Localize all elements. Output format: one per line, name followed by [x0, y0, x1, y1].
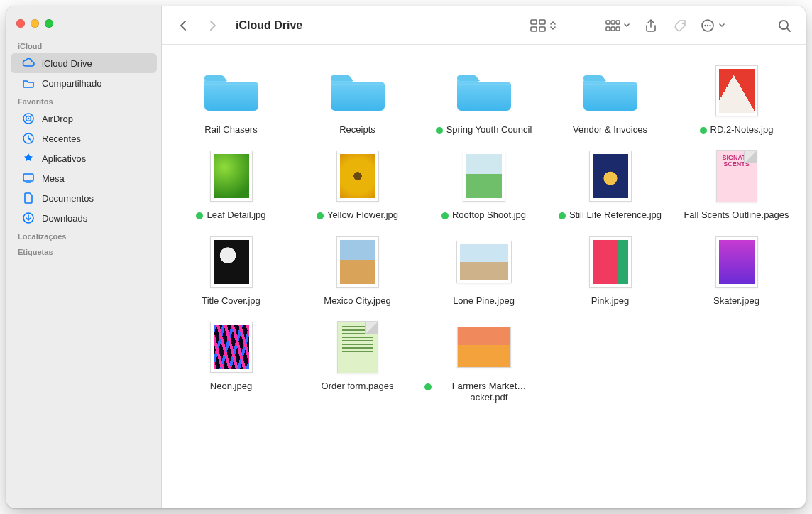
folder-icon: [327, 60, 388, 121]
file-name-label: Mexico City.jpeg: [324, 295, 390, 307]
sidebar-section-header: Localizações: [6, 228, 161, 244]
file-item[interactable]: Rooftop Shoot.jpg: [422, 146, 547, 221]
sidebar-item-aplicativos[interactable]: Aplicativos: [11, 148, 157, 168]
sidebar-item-label: Aplicativos: [42, 153, 86, 164]
sidebar-item-mesa[interactable]: Mesa: [11, 168, 157, 188]
svg-rect-26: [583, 84, 637, 84]
file-item[interactable]: Farmers Market…acket.pdf: [422, 317, 547, 404]
file-thumbnail: SIGNATUSCENTS: [706, 146, 767, 207]
more-actions-button[interactable]: [701, 18, 726, 33]
file-thumbnail: [454, 317, 515, 378]
file-item[interactable]: SIGNATUSCENTS Fall Scents Outline.pages: [674, 146, 799, 221]
file-item[interactable]: Neon.jpeg: [169, 317, 294, 404]
file-item[interactable]: Pink.jpeg: [548, 231, 673, 307]
file-name-label: Fall Scents Outline.pages: [684, 209, 789, 221]
folder-icon: [201, 60, 262, 121]
svg-point-21: [779, 21, 788, 29]
file-name-label: Farmers Market…acket.pdf: [435, 381, 544, 404]
file-name-label: Spring Youth Council: [446, 124, 532, 136]
svg-rect-6: [531, 20, 537, 24]
tag-dot-green: [441, 212, 449, 219]
file-name-label: Pink.jpeg: [591, 295, 629, 307]
tag-dot-green: [436, 127, 443, 134]
file-name-label: Leaf Detail.jpg: [207, 209, 265, 221]
back-button[interactable]: [173, 16, 193, 35]
file-item[interactable]: Leaf Detail.jpg: [169, 146, 294, 221]
minimize-window-button[interactable]: [31, 19, 39, 28]
file-item[interactable]: Still Life Reference.jpg: [548, 146, 673, 221]
sidebar-item-compartilhado[interactable]: Compartilhado: [11, 73, 157, 93]
svg-rect-10: [606, 21, 610, 24]
file-item[interactable]: Skater.jpeg: [674, 231, 799, 307]
svg-point-16: [682, 22, 684, 24]
file-item[interactable]: Yellow Flower.jpg: [295, 146, 420, 221]
file-name-label: Order form.pages: [322, 381, 394, 392]
folder-item[interactable]: Rail Chasers: [169, 60, 294, 136]
file-thumbnail: [580, 231, 641, 292]
close-window-button[interactable]: [16, 19, 25, 28]
svg-rect-11: [611, 21, 615, 24]
file-thumbnail: [201, 231, 262, 292]
file-thumbnail: [454, 146, 515, 207]
sidebar-item-label: AirDrop: [42, 114, 73, 124]
download-icon: [22, 212, 35, 224]
file-browser[interactable]: Rail Chasers Receipts Spring Youth Counc…: [162, 45, 806, 508]
file-item[interactable]: RD.2-Notes.jpg: [674, 60, 799, 136]
svg-line-22: [787, 28, 790, 31]
sidebar-item-label: Mesa: [42, 173, 65, 184]
tags-button[interactable]: [671, 16, 691, 35]
sidebar-section-header: Etiquetas: [6, 244, 161, 259]
file-name-label: Skater.jpeg: [713, 295, 759, 307]
folder-icon: [580, 60, 641, 121]
sidebar-item-airdrop[interactable]: AirDrop: [11, 109, 157, 128]
file-thumbnail: [454, 231, 515, 292]
chevron-down-icon: [622, 19, 631, 32]
svg-rect-7: [539, 20, 545, 24]
file-thumbnail: [327, 231, 388, 292]
sidebar-item-label: Documentos: [42, 193, 94, 204]
sidebar-section-header: Favoritos: [6, 93, 161, 109]
svg-rect-13: [606, 27, 610, 31]
file-item[interactable]: Lone Pine.jpeg: [422, 231, 547, 307]
file-item[interactable]: Mexico City.jpeg: [295, 231, 420, 307]
folder-item[interactable]: Spring Youth Council: [422, 60, 547, 136]
sidebar-item-label: iCloud Drive: [42, 58, 92, 69]
airdrop-icon: [22, 112, 35, 125]
shared-folder-icon: [22, 78, 35, 88]
chevron-updown-icon: [549, 19, 557, 32]
file-thumbnail: [327, 317, 388, 378]
svg-point-18: [704, 24, 706, 26]
view-switcher[interactable]: [530, 19, 557, 32]
clock-icon: [22, 132, 35, 145]
svg-point-20: [709, 24, 710, 26]
share-button[interactable]: [641, 16, 661, 35]
folder-item[interactable]: Receipts: [295, 60, 420, 136]
search-button[interactable]: [774, 16, 794, 35]
folder-item[interactable]: Vendor & Invoices: [548, 60, 673, 136]
svg-rect-15: [616, 27, 620, 31]
sidebar: iCloudiCloud DriveCompartilhadoFavoritos…: [6, 6, 162, 508]
sidebar-item-recentes[interactable]: Recentes: [11, 128, 157, 148]
fullscreen-window-button[interactable]: [45, 19, 53, 28]
chevron-down-icon: [718, 19, 726, 32]
svg-rect-23: [204, 84, 258, 84]
window-controls: [6, 12, 161, 38]
finder-window: iCloudiCloud DriveCompartilhadoFavoritos…: [6, 6, 806, 508]
file-name-label: Rail Chasers: [204, 124, 257, 136]
svg-rect-24: [331, 84, 385, 84]
file-item[interactable]: Order form.pages: [295, 317, 420, 404]
forward-button[interactable]: [203, 16, 223, 35]
sidebar-item-downloads[interactable]: Downloads: [11, 208, 157, 228]
tag-dot-green: [317, 212, 324, 219]
sidebar-item-label: Compartilhado: [42, 78, 102, 89]
svg-rect-25: [457, 84, 511, 84]
file-item[interactable]: Title Cover.jpg: [169, 231, 294, 307]
sidebar-item-documentos[interactable]: Documentos: [11, 188, 157, 208]
group-by-button[interactable]: [605, 19, 631, 32]
file-thumbnail: [327, 146, 388, 207]
cloud-icon: [22, 58, 35, 68]
file-name-label: Still Life Reference.jpg: [569, 209, 662, 221]
svg-rect-4: [23, 174, 33, 181]
sidebar-item-icloud-drive[interactable]: iCloud Drive: [11, 53, 157, 73]
file-name-label: Yellow Flower.jpg: [327, 209, 398, 221]
